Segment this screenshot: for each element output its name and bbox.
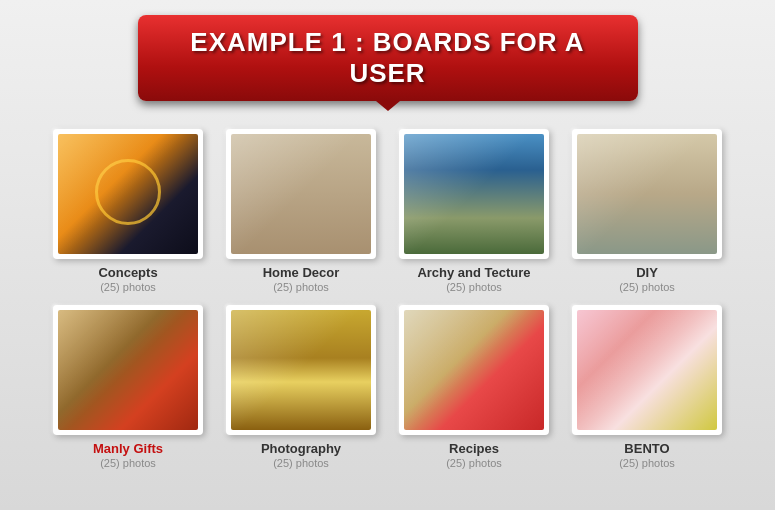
board-image-bento [577,310,717,430]
board-image-recipes [404,310,544,430]
board-image-archy-tecture [404,134,544,254]
board-image-wrapper-bento [572,305,722,435]
board-image-wrapper-diy [572,129,722,259]
board-image-wrapper-concepts [53,129,203,259]
board-image-concepts [58,134,198,254]
board-item-recipes[interactable]: Recipes(25) photos [397,305,552,469]
board-name-home-decor: Home Decor [263,265,340,280]
header-banner: EXAMPLE 1 : BOARDS FOR A USER [138,15,638,101]
board-image-wrapper-home-decor [226,129,376,259]
board-item-home-decor[interactable]: Home Decor(25) photos [224,129,379,293]
board-item-bento[interactable]: BENTO(25) photos [570,305,725,469]
board-name-archy-tecture: Archy and Tecture [417,265,530,280]
board-image-wrapper-archy-tecture [399,129,549,259]
board-count-diy: (25) photos [619,281,675,293]
board-name-bento: BENTO [624,441,669,456]
board-name-concepts: Concepts [98,265,157,280]
board-count-home-decor: (25) photos [273,281,329,293]
header-title: EXAMPLE 1 : BOARDS FOR A USER [190,27,584,88]
board-name-photography: Photography [261,441,341,456]
board-count-photography: (25) photos [273,457,329,469]
board-image-wrapper-recipes [399,305,549,435]
page-wrapper: EXAMPLE 1 : BOARDS FOR A USER Concepts(2… [0,0,775,510]
board-name-recipes: Recipes [449,441,499,456]
board-item-photography[interactable]: Photography(25) photos [224,305,379,469]
board-item-concepts[interactable]: Concepts(25) photos [51,129,206,293]
board-item-archy-tecture[interactable]: Archy and Tecture(25) photos [397,129,552,293]
board-item-manly-gifts[interactable]: Manly Gifts(25) photos [51,305,206,469]
board-image-wrapper-photography [226,305,376,435]
board-count-recipes: (25) photos [446,457,502,469]
board-count-archy-tecture: (25) photos [446,281,502,293]
board-name-manly-gifts: Manly Gifts [93,441,163,456]
board-image-manly-gifts [58,310,198,430]
board-count-concepts: (25) photos [100,281,156,293]
board-image-home-decor [231,134,371,254]
board-image-photography [231,310,371,430]
board-item-diy[interactable]: DIY(25) photos [570,129,725,293]
board-image-wrapper-manly-gifts [53,305,203,435]
board-count-bento: (25) photos [619,457,675,469]
board-name-diy: DIY [636,265,658,280]
board-image-diy [577,134,717,254]
boards-grid: Concepts(25) photosHome Decor(25) photos… [51,129,725,469]
board-count-manly-gifts: (25) photos [100,457,156,469]
